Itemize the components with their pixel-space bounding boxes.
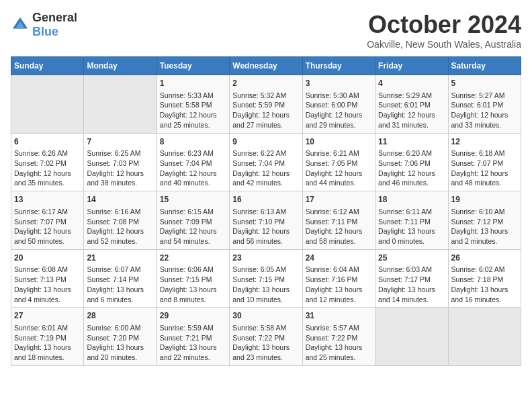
calendar-cell: 12Sunrise: 6:18 AM Sunset: 7:07 PM Dayli… bbox=[448, 133, 521, 191]
day-info: Sunrise: 6:05 AM Sunset: 7:15 PM Dayligh… bbox=[232, 265, 299, 304]
weekday-header: Tuesday bbox=[157, 57, 229, 75]
calendar-cell: 27Sunrise: 6:01 AM Sunset: 7:19 PM Dayli… bbox=[11, 308, 84, 366]
calendar-cell bbox=[448, 308, 521, 366]
calendar-cell: 5Sunrise: 5:27 AM Sunset: 6:01 PM Daylig… bbox=[448, 75, 521, 134]
day-number: 15 bbox=[160, 194, 226, 205]
day-number: 19 bbox=[451, 194, 518, 205]
day-info: Sunrise: 6:11 AM Sunset: 7:11 PM Dayligh… bbox=[378, 207, 445, 246]
weekday-header: Monday bbox=[84, 57, 157, 75]
calendar-cell: 8Sunrise: 6:23 AM Sunset: 7:04 PM Daylig… bbox=[157, 133, 229, 191]
location-subtitle: Oakville, New South Wales, Australia bbox=[367, 39, 521, 50]
calendar-cell: 22Sunrise: 6:06 AM Sunset: 7:15 PM Dayli… bbox=[157, 249, 229, 308]
day-number: 12 bbox=[451, 136, 518, 148]
day-info: Sunrise: 6:16 AM Sunset: 7:08 PM Dayligh… bbox=[87, 207, 153, 246]
weekday-header: Saturday bbox=[448, 57, 521, 75]
logo-text: General Blue bbox=[32, 11, 77, 39]
calendar-cell: 30Sunrise: 5:58 AM Sunset: 7:22 PM Dayli… bbox=[230, 308, 302, 366]
day-info: Sunrise: 6:13 AM Sunset: 7:10 PM Dayligh… bbox=[232, 207, 299, 246]
calendar-cell: 28Sunrise: 6:00 AM Sunset: 7:20 PM Dayli… bbox=[84, 308, 157, 366]
logo-general: General bbox=[32, 11, 77, 24]
day-number: 28 bbox=[87, 310, 153, 322]
calendar-week-row: 6Sunrise: 6:26 AM Sunset: 7:02 PM Daylig… bbox=[11, 133, 521, 191]
logo-icon bbox=[11, 15, 30, 34]
day-number: 21 bbox=[87, 253, 153, 264]
day-info: Sunrise: 6:12 AM Sunset: 7:11 PM Dayligh… bbox=[306, 207, 372, 246]
calendar-cell: 17Sunrise: 6:12 AM Sunset: 7:11 PM Dayli… bbox=[302, 191, 375, 250]
day-info: Sunrise: 6:06 AM Sunset: 7:15 PM Dayligh… bbox=[160, 265, 226, 304]
calendar-cell: 6Sunrise: 6:26 AM Sunset: 7:02 PM Daylig… bbox=[11, 133, 84, 191]
day-number: 26 bbox=[451, 253, 518, 264]
day-number: 10 bbox=[306, 136, 372, 148]
day-number: 14 bbox=[87, 194, 153, 205]
calendar-week-row: 27Sunrise: 6:01 AM Sunset: 7:19 PM Dayli… bbox=[11, 308, 521, 366]
day-info: Sunrise: 6:00 AM Sunset: 7:20 PM Dayligh… bbox=[87, 323, 153, 363]
day-number: 3 bbox=[306, 78, 372, 89]
day-number: 18 bbox=[378, 194, 445, 205]
day-number: 27 bbox=[14, 310, 81, 322]
day-info: Sunrise: 6:26 AM Sunset: 7:02 PM Dayligh… bbox=[14, 148, 81, 188]
day-info: Sunrise: 5:27 AM Sunset: 6:01 PM Dayligh… bbox=[451, 91, 518, 130]
day-number: 16 bbox=[232, 194, 299, 205]
day-info: Sunrise: 6:03 AM Sunset: 7:17 PM Dayligh… bbox=[378, 265, 445, 304]
day-info: Sunrise: 6:21 AM Sunset: 7:05 PM Dayligh… bbox=[306, 148, 372, 188]
month-title: October 2024 bbox=[367, 11, 521, 39]
day-number: 6 bbox=[14, 136, 81, 148]
weekday-header: Sunday bbox=[11, 57, 84, 75]
calendar-cell: 29Sunrise: 5:59 AM Sunset: 7:21 PM Dayli… bbox=[157, 308, 229, 366]
day-info: Sunrise: 5:33 AM Sunset: 5:58 PM Dayligh… bbox=[160, 91, 226, 130]
calendar-cell: 21Sunrise: 6:07 AM Sunset: 7:14 PM Dayli… bbox=[84, 249, 157, 308]
calendar-cell: 2Sunrise: 5:32 AM Sunset: 5:59 PM Daylig… bbox=[230, 75, 302, 134]
title-block: October 2024 Oakville, New South Wales, … bbox=[367, 11, 521, 50]
day-info: Sunrise: 6:17 AM Sunset: 7:07 PM Dayligh… bbox=[14, 207, 81, 246]
day-info: Sunrise: 5:58 AM Sunset: 7:22 PM Dayligh… bbox=[232, 323, 299, 363]
day-number: 31 bbox=[306, 310, 372, 322]
calendar-cell: 16Sunrise: 6:13 AM Sunset: 7:10 PM Dayli… bbox=[230, 191, 302, 250]
calendar-cell: 3Sunrise: 5:30 AM Sunset: 6:00 PM Daylig… bbox=[302, 75, 375, 134]
calendar-week-row: 13Sunrise: 6:17 AM Sunset: 7:07 PM Dayli… bbox=[11, 191, 521, 250]
day-number: 13 bbox=[14, 194, 81, 205]
day-info: Sunrise: 6:08 AM Sunset: 7:13 PM Dayligh… bbox=[14, 265, 81, 304]
calendar-cell: 15Sunrise: 6:15 AM Sunset: 7:09 PM Dayli… bbox=[157, 191, 229, 250]
day-info: Sunrise: 6:20 AM Sunset: 7:06 PM Dayligh… bbox=[378, 148, 445, 188]
calendar-header-row: SundayMondayTuesdayWednesdayThursdayFrid… bbox=[11, 57, 521, 75]
calendar-cell: 31Sunrise: 5:57 AM Sunset: 7:22 PM Dayli… bbox=[302, 308, 375, 366]
day-info: Sunrise: 5:29 AM Sunset: 6:01 PM Dayligh… bbox=[378, 91, 445, 130]
calendar-cell: 26Sunrise: 6:02 AM Sunset: 7:18 PM Dayli… bbox=[448, 249, 521, 308]
calendar-cell: 10Sunrise: 6:21 AM Sunset: 7:05 PM Dayli… bbox=[302, 133, 375, 191]
calendar-week-row: 1Sunrise: 5:33 AM Sunset: 5:58 PM Daylig… bbox=[11, 75, 521, 134]
day-info: Sunrise: 6:10 AM Sunset: 7:12 PM Dayligh… bbox=[451, 207, 518, 246]
calendar-cell: 1Sunrise: 5:33 AM Sunset: 5:58 PM Daylig… bbox=[157, 75, 229, 134]
calendar-cell bbox=[11, 75, 84, 134]
calendar-cell: 25Sunrise: 6:03 AM Sunset: 7:17 PM Dayli… bbox=[375, 249, 448, 308]
day-number: 4 bbox=[378, 78, 445, 89]
day-number: 11 bbox=[378, 136, 445, 148]
day-number: 5 bbox=[451, 78, 518, 89]
page-header: General Blue October 2024 Oakville, New … bbox=[11, 11, 521, 50]
day-number: 20 bbox=[14, 253, 81, 264]
calendar-cell bbox=[84, 75, 157, 134]
calendar-cell: 4Sunrise: 5:29 AM Sunset: 6:01 PM Daylig… bbox=[375, 75, 448, 134]
day-number: 1 bbox=[160, 78, 226, 89]
day-number: 30 bbox=[232, 310, 299, 322]
day-number: 9 bbox=[232, 136, 299, 148]
calendar-cell: 13Sunrise: 6:17 AM Sunset: 7:07 PM Dayli… bbox=[11, 191, 84, 250]
day-info: Sunrise: 6:04 AM Sunset: 7:16 PM Dayligh… bbox=[306, 265, 372, 304]
day-info: Sunrise: 5:32 AM Sunset: 5:59 PM Dayligh… bbox=[232, 91, 299, 130]
calendar-cell: 14Sunrise: 6:16 AM Sunset: 7:08 PM Dayli… bbox=[84, 191, 157, 250]
calendar-week-row: 20Sunrise: 6:08 AM Sunset: 7:13 PM Dayli… bbox=[11, 249, 521, 308]
calendar-cell: 20Sunrise: 6:08 AM Sunset: 7:13 PM Dayli… bbox=[11, 249, 84, 308]
day-number: 25 bbox=[378, 253, 445, 264]
calendar-cell: 19Sunrise: 6:10 AM Sunset: 7:12 PM Dayli… bbox=[448, 191, 521, 250]
day-number: 24 bbox=[306, 253, 372, 264]
weekday-header: Friday bbox=[375, 57, 448, 75]
day-number: 23 bbox=[232, 253, 299, 264]
calendar-cell: 7Sunrise: 6:25 AM Sunset: 7:03 PM Daylig… bbox=[84, 133, 157, 191]
day-info: Sunrise: 5:57 AM Sunset: 7:22 PM Dayligh… bbox=[306, 323, 372, 363]
calendar-table: SundayMondayTuesdayWednesdayThursdayFrid… bbox=[11, 56, 521, 366]
day-info: Sunrise: 6:25 AM Sunset: 7:03 PM Dayligh… bbox=[87, 148, 153, 188]
logo-blue: Blue bbox=[32, 25, 58, 38]
calendar-cell: 24Sunrise: 6:04 AM Sunset: 7:16 PM Dayli… bbox=[302, 249, 375, 308]
day-number: 2 bbox=[232, 78, 299, 89]
day-info: Sunrise: 5:30 AM Sunset: 6:00 PM Dayligh… bbox=[306, 91, 372, 130]
weekday-header: Wednesday bbox=[230, 57, 302, 75]
